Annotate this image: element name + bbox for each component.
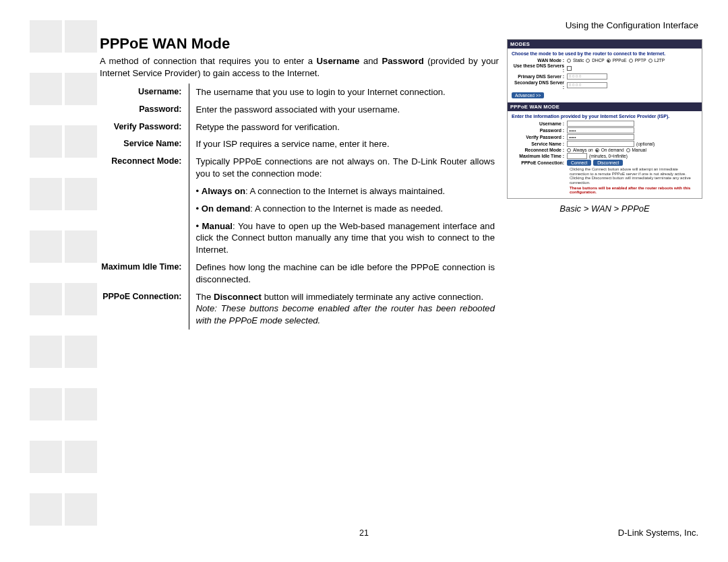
def-bullet: • On demand: A connection to the Interne… bbox=[189, 200, 499, 218]
bullet-label: Manual bbox=[202, 221, 233, 231]
advanced-button[interactable]: Advanced >> bbox=[512, 92, 544, 98]
page: Using the Configuration Interface PPPoE … bbox=[0, 0, 728, 562]
verify-password-input[interactable]: ••••• bbox=[567, 134, 634, 140]
router-screenshot: MODES Choose the mode to be used by the … bbox=[507, 39, 702, 199]
idle-hint: (minutes, 0=infinite) bbox=[589, 154, 628, 158]
bullet-text: : A connection to the Internet is made a… bbox=[250, 204, 443, 214]
deco-square bbox=[30, 20, 62, 53]
modes-panel: Choose the mode to be used by the router… bbox=[508, 49, 702, 102]
radio-on-demand[interactable] bbox=[595, 148, 599, 152]
footer-company: D-Link Systems, Inc. bbox=[618, 528, 698, 538]
def-value: The Disconnect button will immediately t… bbox=[189, 288, 499, 330]
radio-dhcp[interactable] bbox=[586, 59, 590, 63]
opt-pptp: PPTP bbox=[635, 58, 646, 63]
disconnect-button[interactable]: Disconnect bbox=[593, 160, 623, 166]
def-value: If your ISP requires a service name, ent… bbox=[189, 135, 499, 153]
shot-warning: These buttons will be enabled after the … bbox=[570, 186, 698, 194]
opt-dhcp: DHCP bbox=[592, 58, 604, 63]
svc-hint: (optional) bbox=[636, 142, 655, 146]
deco-square bbox=[65, 230, 97, 263]
deco-square bbox=[30, 178, 62, 210]
def-value: Enter the password associated with your … bbox=[189, 101, 499, 119]
deco-square bbox=[65, 73, 97, 105]
opt-static: Static bbox=[573, 58, 584, 63]
screenshot-caption: Basic > WAN > PPPoE bbox=[507, 204, 702, 214]
conn-bold: Disconnect bbox=[214, 292, 262, 302]
wan-mode-label: WAN Mode : bbox=[512, 58, 567, 63]
conn-text: button will immediately terminate any ac… bbox=[262, 292, 483, 302]
bullet-text: : You have to open up the Web-based mana… bbox=[196, 221, 495, 255]
def-value: Defines how long the machine can be idle… bbox=[189, 259, 499, 288]
radio-manual[interactable] bbox=[626, 148, 630, 152]
deco-square bbox=[30, 441, 62, 473]
f-vpass-label: Verify Password : bbox=[512, 135, 567, 139]
deco-square bbox=[30, 73, 62, 105]
def-label: Service Name: bbox=[100, 135, 189, 153]
username-input[interactable] bbox=[567, 121, 634, 127]
sdns-input[interactable]: 0.0.0.0 bbox=[567, 82, 607, 88]
radio-pptp[interactable] bbox=[629, 59, 633, 63]
page-title: PPPoE WAN Mode bbox=[100, 35, 230, 53]
pdns-input[interactable]: 0.0.0.0 bbox=[567, 73, 607, 80]
def-label-empty bbox=[100, 200, 189, 218]
use-dns-label: Use these DNS Servers : bbox=[512, 63, 567, 73]
def-label-empty bbox=[100, 218, 189, 259]
deco-square bbox=[65, 283, 97, 315]
pppoe-panel: Enter the information provided by your I… bbox=[508, 111, 702, 198]
deco-square bbox=[65, 441, 97, 473]
deco-square bbox=[30, 336, 62, 368]
def-label: PPPoE Connection: bbox=[100, 288, 189, 330]
deco-square bbox=[65, 493, 97, 526]
pdns-label: Primary DNS Server : bbox=[512, 74, 567, 79]
modes-instr: Choose the mode to be used by the router… bbox=[512, 51, 698, 56]
radio-always-on[interactable] bbox=[567, 148, 571, 152]
deco-square bbox=[30, 283, 62, 315]
f-idle-label: Maximum Idle Time : bbox=[512, 154, 567, 158]
deco-square bbox=[30, 230, 62, 263]
f-conn-label: PPPoE Connection: bbox=[512, 160, 567, 165]
radio-static[interactable] bbox=[567, 59, 571, 63]
pppoe-bar: PPPoE WAN MODE bbox=[508, 102, 702, 111]
f-pass-label: Password : bbox=[512, 128, 567, 133]
service-name-input[interactable] bbox=[567, 141, 634, 147]
deco-square bbox=[65, 178, 97, 210]
idle-input[interactable] bbox=[567, 153, 587, 159]
use-dns-checkbox[interactable] bbox=[567, 66, 572, 71]
def-value: Retype the password for verification. bbox=[189, 119, 499, 136]
header-section: Using the Configuration Interface bbox=[566, 20, 698, 30]
radio-pppoe[interactable] bbox=[607, 59, 611, 63]
deco-square bbox=[30, 493, 62, 526]
radio-l2tp[interactable] bbox=[648, 59, 653, 63]
shot-footnote: Clicking the Connect button above will a… bbox=[570, 167, 698, 185]
intro-text: A method of connection that requires you… bbox=[100, 55, 499, 80]
opt-l2tp: L2TP bbox=[655, 58, 665, 63]
sdns-label: Secondary DNS Server : bbox=[512, 80, 567, 90]
def-label: Verify Password: bbox=[100, 119, 189, 136]
bullet-label: Always on bbox=[202, 186, 245, 196]
deco-square bbox=[65, 125, 97, 158]
opt-ondemand: On demand bbox=[601, 148, 624, 152]
f-user-label: Username : bbox=[512, 121, 567, 126]
intro-part: and bbox=[359, 56, 382, 66]
def-label: Reconnect Mode: bbox=[100, 153, 189, 183]
wan-mode-options: Static DHCP PPPoE PPTP L2TP bbox=[567, 58, 698, 63]
intro-part: A method of connection that requires you… bbox=[100, 56, 317, 66]
bullet-text: : A connection to the Internet is always… bbox=[245, 186, 445, 196]
connect-button[interactable]: Connect bbox=[567, 160, 591, 166]
f-reconnect-label: Reconnect Mode : bbox=[512, 148, 567, 152]
deco-square bbox=[65, 20, 97, 53]
bullet-label: On demand bbox=[202, 204, 251, 214]
def-label: Password: bbox=[100, 101, 189, 119]
f-svc-label: Service Name : bbox=[512, 142, 567, 146]
conn-note: Note: These buttons become enabled after… bbox=[196, 303, 495, 325]
deco-square bbox=[30, 125, 62, 158]
def-value: The username that you use to login to yo… bbox=[189, 84, 499, 101]
deco-square bbox=[30, 388, 62, 420]
modes-bar: MODES bbox=[508, 40, 702, 49]
deco-square bbox=[65, 388, 97, 420]
password-input[interactable]: ••••• bbox=[567, 127, 634, 133]
opt-manual: Manual bbox=[632, 148, 646, 152]
def-bullet: • Always on: A connection to the Interne… bbox=[189, 183, 499, 200]
opt-pppoe: PPPoE bbox=[613, 58, 627, 63]
def-label: Maximum Idle Time: bbox=[100, 259, 189, 288]
